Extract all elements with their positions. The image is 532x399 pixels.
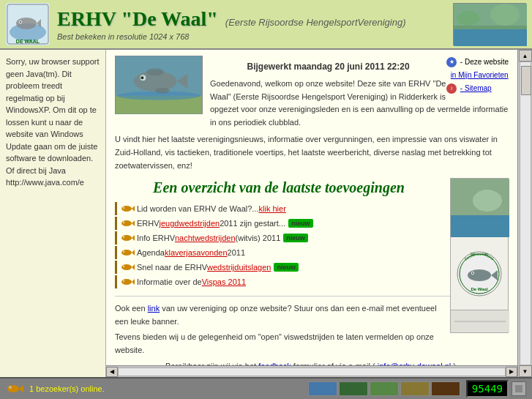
- right-deco-bottom: [451, 310, 508, 332]
- svg-point-24: [473, 190, 502, 212]
- news-text: Informatie over de: [137, 277, 202, 286]
- svg-point-21: [155, 88, 170, 94]
- svg-point-54: [121, 264, 132, 270]
- header-subtitle-right: Best bekeken in resolutie 1024 x 768: [57, 32, 453, 41]
- news-text: Snel naar de ERHV: [137, 263, 207, 272]
- news-text: Lid worden van ERHV de Waal?...: [137, 204, 259, 213]
- h-scroll-left[interactable]: ◀: [106, 367, 118, 377]
- nav-thumb-2[interactable]: [339, 381, 368, 396]
- news-text: ERHV: [137, 219, 160, 228]
- svg-point-65: [10, 387, 10, 387]
- svg-rect-23: [451, 215, 509, 237]
- v-scroll-track[interactable]: [520, 61, 531, 365]
- svg-point-31: [468, 269, 491, 281]
- site-logo: DE WAAL: [6, 3, 50, 45]
- news-link[interactable]: wedstrijduitslagen: [207, 263, 271, 272]
- nav-thumb-1[interactable]: [308, 381, 337, 396]
- header-landscape-image: [453, 3, 526, 45]
- visitor-count: 1 bezoeker(s) online.: [29, 384, 308, 393]
- news-link[interactable]: klik hier: [259, 204, 286, 213]
- svg-point-50: [121, 250, 132, 256]
- svg-point-49: [123, 237, 124, 238]
- svg-point-42: [121, 220, 132, 226]
- site-title: ERHV "De Waal": [57, 7, 218, 31]
- website-link-row: ★ - Deze website: [446, 56, 509, 69]
- svg-rect-9: [454, 29, 527, 46]
- news-link[interactable]: jeugdwedstrijden: [160, 219, 220, 228]
- header-subtitle-left: (Eerste Rijsoordse HengelsportVereniging…: [225, 17, 406, 28]
- fish-icon: [120, 248, 135, 257]
- svg-point-53: [123, 252, 124, 253]
- svg-point-62: [7, 385, 19, 392]
- right-deco-landscape: [451, 179, 508, 237]
- h-scroll-track[interactable]: [118, 368, 506, 376]
- top-right-links: ★ - Deze website in Mijn Favorieten i - …: [446, 56, 509, 95]
- svg-point-41: [123, 208, 124, 209]
- v-scrollbar: ▲ ▼: [517, 50, 532, 377]
- svg-marker-43: [132, 220, 135, 226]
- h-scroll-right[interactable]: ▶: [506, 367, 517, 377]
- nav-thumb-3[interactable]: [370, 381, 399, 396]
- footer-para3: Bereikbaar zijn wij via het feedback for…: [115, 360, 509, 365]
- news-link[interactable]: klaverjasavonden: [165, 248, 228, 257]
- news-text-after: 2011: [228, 248, 245, 257]
- main-inner: ★ - Deze website in Mijn Favorieten i - …: [106, 50, 517, 365]
- svg-marker-63: [19, 385, 23, 392]
- news-text: Info ERHV: [137, 234, 175, 242]
- right-decoration: Eerste Rijsoordse ERHV De Waal: [450, 178, 509, 333]
- list-item: Informatie over de Vispas 2011: [115, 275, 443, 288]
- svg-marker-47: [132, 235, 135, 241]
- news-text: Agenda: [137, 248, 165, 257]
- nav-thumb-4[interactable]: [400, 381, 430, 396]
- star-icon: ★: [446, 57, 457, 67]
- main-scroll[interactable]: ★ - Deze website in Mijn Favorieten i - …: [106, 50, 517, 365]
- list-item: Lid worden van ERHV de Waal?... klik hie…: [115, 202, 443, 215]
- news-link[interactable]: nachtwedstrijden: [175, 234, 236, 242]
- svg-marker-55: [132, 264, 135, 270]
- fish-icon: [120, 204, 135, 213]
- info-icon: i: [446, 83, 457, 94]
- svg-point-3: [16, 18, 37, 29]
- page-wrapper: DE WAAL ERHV "De Waal" (Eerste Rijsoords…: [0, 0, 532, 399]
- link-anchor[interactable]: link: [148, 304, 160, 313]
- svg-point-19: [141, 76, 143, 79]
- list-item: Info ERHV nachtwedstrijden (witvis) 2011…: [115, 231, 443, 245]
- svg-point-46: [121, 235, 132, 241]
- nav-thumb-5[interactable]: [431, 381, 460, 396]
- svg-marker-39: [132, 206, 135, 212]
- fish-icon: [120, 234, 135, 242]
- news-link[interactable]: Vispas 2011: [202, 277, 246, 286]
- svg-text:De Waal: De Waal: [471, 287, 487, 291]
- svg-point-11: [457, 11, 479, 26]
- main-area: ★ - Deze website in Mijn Favorieten i - …: [106, 50, 532, 377]
- sitemap-anchor[interactable]: - Sitemap: [460, 84, 492, 92]
- svg-point-34: [472, 272, 473, 274]
- news-text-after: 2011 zijn gestart...: [220, 219, 285, 228]
- welcome-para2: U vindt hier het laatste verenigingsnieu…: [115, 133, 509, 172]
- svg-point-20: [146, 68, 164, 75]
- svg-marker-59: [132, 279, 135, 285]
- bottom-nav: [308, 381, 460, 396]
- svg-point-61: [123, 281, 124, 282]
- sitemap-link-row: i - Sitemap: [446, 82, 509, 95]
- v-scroll-up[interactable]: ▲: [519, 50, 532, 61]
- svg-marker-51: [132, 250, 135, 256]
- bottom-right-button[interactable]: [512, 381, 526, 396]
- fish-icon: [120, 263, 135, 272]
- v-scroll-down[interactable]: ▼: [519, 365, 532, 377]
- svg-point-45: [123, 223, 124, 223]
- left-sidebar: Sorry, uw browser support geen Java(tm).…: [0, 50, 106, 377]
- svg-point-38: [121, 206, 132, 212]
- favorites-anchor[interactable]: in Mijn Favorieten: [451, 71, 509, 79]
- svg-point-10: [490, 4, 520, 26]
- fish-photo: [115, 56, 203, 114]
- favorites-link[interactable]: in Mijn Favorieten: [446, 69, 509, 82]
- fish-icon: [120, 219, 135, 228]
- clock-display: 95449: [466, 380, 509, 398]
- header-text-area: ERHV "De Waal" (Eerste Rijsoordse Hengel…: [57, 7, 453, 41]
- list-item: Snel naar de ERHV wedstrijduitslagen nie…: [115, 261, 443, 274]
- svg-rect-67: [515, 385, 522, 392]
- list-item: ERHV jeugdwedstrijden 2011 zijn gestart.…: [115, 217, 443, 230]
- svg-text:DE WAAL: DE WAAL: [16, 39, 40, 44]
- v-scroll-thumb[interactable]: [521, 66, 531, 95]
